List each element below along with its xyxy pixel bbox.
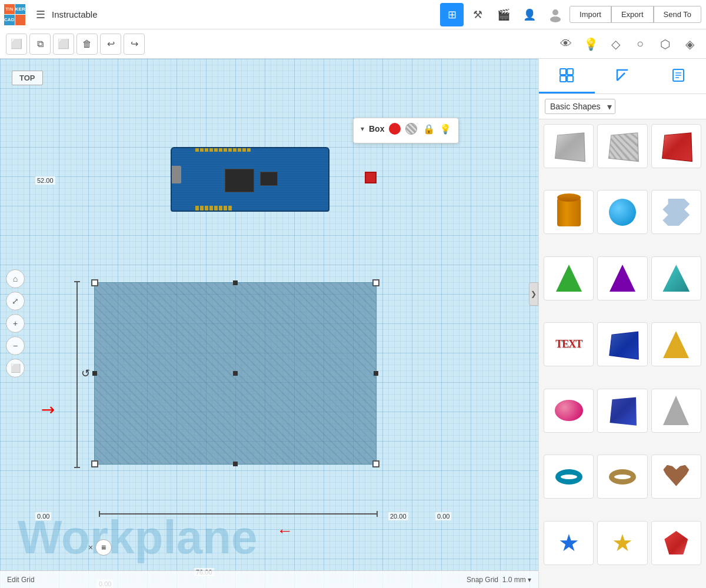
duplicate-btn[interactable]: ⬜ xyxy=(53,34,74,55)
new-btn[interactable]: ⬜ xyxy=(6,34,27,55)
action-buttons: Import Export Send To xyxy=(570,6,701,23)
snap-value-select[interactable]: 1.0 mm ▾ xyxy=(502,576,531,584)
shape-squiggle-icon xyxy=(662,199,690,226)
visibility-icon[interactable]: 💡 xyxy=(439,123,451,135)
arduino-chip2 xyxy=(260,172,278,186)
rp-header: Basic Shapes xyxy=(539,94,706,119)
shape-red-box-icon xyxy=(662,132,692,162)
align-icon[interactable]: ⬡ xyxy=(654,34,675,55)
shape-grey-cone-icon xyxy=(663,396,689,425)
tab-notes[interactable] xyxy=(650,59,706,93)
shape-text[interactable]: TEXT xyxy=(544,322,594,366)
shape-grey-box[interactable] xyxy=(544,124,594,168)
zoom-out-btn[interactable]: − xyxy=(6,336,25,355)
shape-yellow-pyramid[interactable] xyxy=(651,322,701,366)
circle-icon[interactable]: ○ xyxy=(630,34,651,55)
ctx-list-btn[interactable]: ≡ xyxy=(95,539,112,556)
svg-rect-3 xyxy=(567,69,573,75)
tab-corner[interactable] xyxy=(595,59,651,93)
undo-btn[interactable]: ↩ xyxy=(100,34,121,55)
handle-tm[interactable] xyxy=(233,280,238,285)
shape-striped-box[interactable] xyxy=(597,124,647,168)
snap-grid-label: Snap Grid 1.0 mm ▾ xyxy=(467,576,531,584)
shape-star-yellow[interactable]: ★ xyxy=(597,521,647,565)
tab-grid[interactable] xyxy=(539,59,595,93)
layers-btn[interactable]: ⬜ xyxy=(6,359,25,377)
workplane-text: Workplane xyxy=(18,510,258,564)
logo-cell-cad: CAD xyxy=(4,15,15,25)
shape-blue-cone[interactable] xyxy=(651,256,701,300)
delete-btn[interactable]: 🗑 xyxy=(76,34,98,55)
shape-sphere[interactable] xyxy=(597,190,647,234)
shape-blue-prism[interactable] xyxy=(597,322,647,366)
shape-cylinder-icon xyxy=(557,198,581,226)
fit-view-btn[interactable]: ⤢ xyxy=(6,292,25,310)
shape-green-pyramid[interactable] xyxy=(544,256,594,300)
ctx-close-btn[interactable]: × xyxy=(88,543,93,552)
left-controls: ⌂ ⤢ + − ⬜ xyxy=(6,269,25,377)
shape-red-box[interactable] xyxy=(651,124,701,168)
shape-dark-cube[interactable] xyxy=(597,389,647,433)
logo-cell-ker: KER xyxy=(15,4,26,15)
shape-gem-red[interactable] xyxy=(651,521,701,565)
shape-torus-teal[interactable] xyxy=(544,455,594,499)
pickaxe-btn[interactable]: ⚒ xyxy=(466,3,489,26)
right-panel: Basic Shapes xyxy=(538,59,706,588)
shape-grey-cone[interactable] xyxy=(651,389,701,433)
shape-torus-brown-icon xyxy=(609,469,636,485)
shape-purple-pyramid[interactable] xyxy=(597,256,647,300)
shape-icon[interactable]: ◇ xyxy=(605,34,626,55)
app-title: Instructable xyxy=(52,9,440,19)
topbar-right: ⊞ ⚒ 🎬 👤 Import Export Send To xyxy=(440,3,701,26)
shape-cylinder[interactable] xyxy=(544,190,594,234)
selected-box[interactable]: ↺ xyxy=(94,282,377,465)
panel-collapse-btn[interactable]: ❯ xyxy=(529,282,538,306)
handle-tl[interactable] xyxy=(91,279,98,286)
edit-grid-btn[interactable]: Edit Grid xyxy=(7,576,35,584)
shape-heart[interactable] xyxy=(651,455,701,499)
arduino-board xyxy=(171,147,329,212)
redo-btn[interactable]: ↪ xyxy=(124,34,145,55)
mirror-icon[interactable]: ◈ xyxy=(679,34,700,55)
handle-tr[interactable] xyxy=(372,279,379,286)
zoom-in-btn[interactable]: + xyxy=(6,314,25,333)
right-panel-tabs xyxy=(539,59,706,94)
info-panel-header: ▾ Box 🔒 💡 xyxy=(361,123,451,135)
import-btn[interactable]: Import xyxy=(570,6,611,23)
send-to-btn[interactable]: Send To xyxy=(654,6,701,23)
shape-star-blue[interactable]: ★ xyxy=(544,521,594,565)
shape-blue-cone-icon xyxy=(662,265,690,292)
grid-view-btn[interactable]: ⊞ xyxy=(440,3,464,26)
dim-line-vertical xyxy=(76,281,78,468)
panel-collapse-btn[interactable]: ▾ xyxy=(361,125,364,133)
shape-squiggle[interactable] xyxy=(651,190,701,234)
export-btn[interactable]: Export xyxy=(611,6,654,23)
dim-right1-label: 20.00 xyxy=(388,512,408,520)
shape-torus-brown[interactable] xyxy=(597,455,647,499)
rotation-handle[interactable]: ↺ xyxy=(77,365,94,382)
handle-rm[interactable] xyxy=(374,371,378,376)
lock-icon[interactable]: 🔒 xyxy=(423,123,435,135)
center-handle[interactable] xyxy=(233,371,238,376)
box-fill: ↺ xyxy=(94,282,377,465)
profile-btn[interactable] xyxy=(544,3,567,26)
canvas-area[interactable]: Workplane TOP ⌂ ⤢ + − ⬜ xyxy=(0,59,538,588)
document-icon: ☰ xyxy=(32,3,49,26)
red-arrow-width: ← xyxy=(277,522,293,540)
category-select-wrap: Basic Shapes xyxy=(545,99,615,114)
handle-bm[interactable] xyxy=(233,462,238,466)
handle-br[interactable] xyxy=(372,460,379,467)
copy-btn[interactable]: ⧉ xyxy=(29,34,51,55)
clapperboard-btn[interactable]: 🎬 xyxy=(492,3,515,26)
handle-bl[interactable] xyxy=(91,460,98,467)
view-camera-icon[interactable]: 👁 xyxy=(555,34,577,55)
add-user-btn[interactable]: 👤 xyxy=(518,3,541,26)
shape-pink-ellipsoid[interactable] xyxy=(544,389,594,433)
light-icon[interactable]: 💡 xyxy=(580,34,601,55)
color-picker-stripe[interactable] xyxy=(405,123,417,135)
home-view-btn[interactable]: ⌂ xyxy=(6,269,25,288)
shape-star-yellow-icon: ★ xyxy=(612,529,633,556)
category-select[interactable]: Basic Shapes xyxy=(545,99,615,114)
color-picker-red[interactable] xyxy=(389,123,401,135)
shape-purple-pyramid-icon xyxy=(610,265,635,292)
